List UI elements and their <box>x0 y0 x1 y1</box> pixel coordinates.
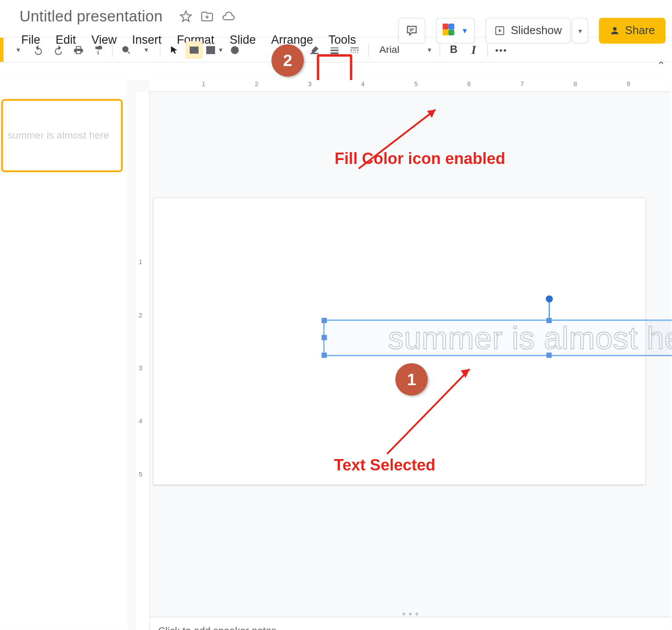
redo-button[interactable] <box>49 41 67 59</box>
more-tools-button[interactable]: ••• <box>493 41 510 59</box>
title-bar: Untitled presentation File Edit View Ins… <box>0 0 670 38</box>
select-tool[interactable] <box>165 41 183 59</box>
resize-handle[interactable] <box>322 352 327 358</box>
slideshow-label: Slideshow <box>511 24 562 37</box>
print-button[interactable] <box>70 41 87 59</box>
border-weight-button[interactable] <box>326 41 343 59</box>
zoom-dropdown[interactable]: ▼ <box>137 41 155 59</box>
font-family-select[interactable]: Arial ▼ <box>374 41 435 59</box>
google-meet-icon <box>442 22 459 39</box>
yellow-edge <box>0 38 4 62</box>
speaker-notes-drag-handle[interactable] <box>150 611 670 616</box>
share-label: Share <box>625 24 655 37</box>
annotation-badge-1: 1 <box>396 363 428 396</box>
svg-point-5 <box>231 46 238 53</box>
speaker-notes[interactable]: Click to add speaker notes <box>150 617 670 630</box>
image-tool[interactable]: ▼ <box>205 41 224 59</box>
caret-down-icon: ▼ <box>461 27 468 35</box>
resize-handle[interactable] <box>546 318 552 323</box>
annotation-text-selected: Text Selected <box>334 456 435 475</box>
vertical-ruler: 1 2 3 4 5 <box>136 92 150 630</box>
shape-tool[interactable] <box>226 41 243 59</box>
resize-handle[interactable] <box>322 335 327 340</box>
selected-text-box[interactable]: summer is almost here <box>323 320 672 356</box>
textbox-tool[interactable] <box>185 41 203 59</box>
annotation-fill-label: Fill Color icon enabled <box>335 150 505 168</box>
bold-button[interactable]: B <box>445 41 462 59</box>
svg-marker-7 <box>427 110 435 118</box>
undo-button[interactable] <box>29 41 47 59</box>
resize-handle[interactable] <box>546 352 552 358</box>
doc-title[interactable]: Untitled presentation <box>20 7 163 25</box>
new-slide-dropdown[interactable]: ▼ <box>10 41 27 59</box>
border-color-button[interactable] <box>305 41 323 59</box>
cloud-status-icon[interactable] <box>222 10 235 23</box>
slide-thumbnails-panel: summer is almost here <box>0 80 127 630</box>
move-to-folder-icon[interactable] <box>201 10 214 23</box>
italic-button[interactable]: I <box>465 41 483 59</box>
font-family-label: Arial <box>379 44 399 56</box>
collapse-toolbar-icon[interactable]: ⌃ <box>657 59 665 72</box>
horizontal-ruler: 1 2 3 4 5 6 7 8 9 <box>150 80 670 92</box>
rotate-stem <box>549 301 550 318</box>
border-dash-button[interactable] <box>346 41 363 59</box>
annotation-badge-2: 2 <box>271 44 304 77</box>
speaker-notes-placeholder: Click to add speaker notes <box>158 625 276 630</box>
decorative-shadow <box>0 629 127 630</box>
rotate-handle[interactable] <box>546 296 553 303</box>
toolbar: ▼ ▼ ▼ Arial ▼ B I ••• <box>0 38 670 63</box>
star-icon[interactable] <box>179 10 192 23</box>
slide-thumbnail-1[interactable]: summer is almost here <box>1 99 123 172</box>
text-box-content: summer is almost here <box>388 320 672 356</box>
zoom-button[interactable] <box>117 41 135 59</box>
thumbnail-text: summer is almost here <box>8 130 109 142</box>
slide-canvas-area: 1 2 3 4 5 6 7 8 9 1 2 3 4 5 summer is al… <box>127 80 670 630</box>
resize-handle[interactable] <box>322 318 327 323</box>
paint-format-button[interactable] <box>90 41 107 59</box>
